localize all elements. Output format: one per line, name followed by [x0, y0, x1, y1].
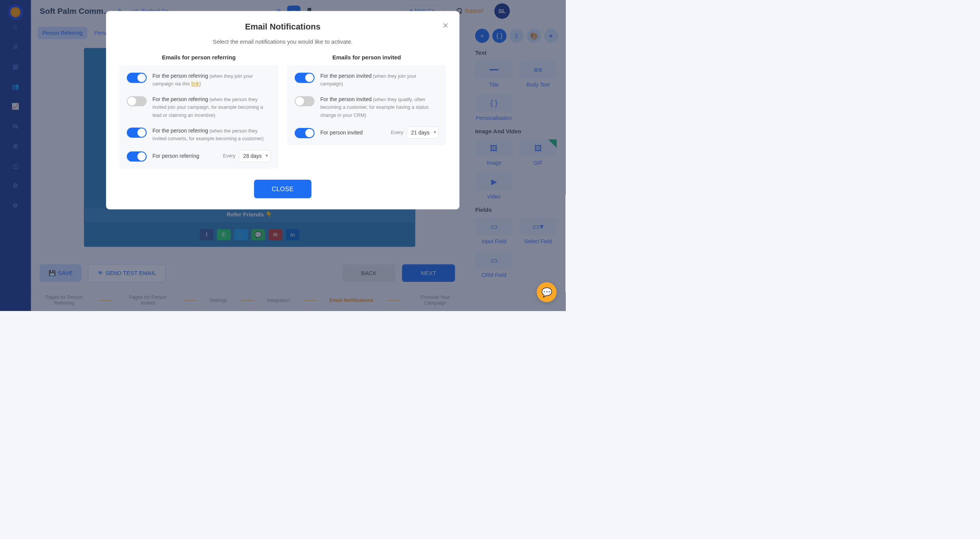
toggle-referring-lead[interactable] [127, 96, 147, 106]
close-button[interactable]: CLOSE [254, 180, 312, 198]
row-main: For the person referring [152, 96, 208, 102]
link[interactable]: link [191, 81, 199, 87]
every-label: Every [391, 130, 403, 136]
row-main: For the person referring [152, 128, 208, 134]
referring-frequency-select[interactable]: 28 days [239, 150, 271, 162]
row-main: For the person referring [152, 73, 208, 79]
modal-title: Email Notifications [119, 22, 446, 32]
referring-card: For the person referring (when they join… [119, 65, 278, 169]
toggle-invited-recurring[interactable] [295, 128, 315, 138]
row-text: For the person referring (when the perso… [152, 127, 271, 143]
column-invited: Emails for person invited For the person… [287, 54, 446, 169]
email-notifications-modal: × Email Notifications Select the email n… [106, 11, 459, 210]
row-text: For the person referring (when they join… [152, 72, 271, 88]
row-text: For the person referring (when the perso… [152, 95, 271, 119]
toggle-referring-convert[interactable] [127, 128, 147, 138]
row-text: For the person invited (when they join y… [320, 72, 439, 88]
chat-widget-icon[interactable]: 💬 [537, 282, 557, 302]
invited-card: For the person invited (when they join y… [287, 65, 446, 145]
every-control: Every 21 days [391, 127, 439, 139]
invited-frequency-select[interactable]: 21 days [407, 127, 439, 139]
toggle-invited-qualify[interactable] [295, 96, 315, 106]
row-text: For the person invited (when they qualif… [320, 95, 439, 119]
modal-subtitle: Select the email notifications you would… [119, 38, 446, 45]
every-control: Every 28 days [223, 150, 271, 162]
column-header-referring: Emails for person referring [119, 54, 278, 61]
toggle-invited-join[interactable] [295, 73, 315, 83]
row-main: For the person invited [320, 96, 372, 102]
column-header-invited: Emails for person invited [287, 54, 446, 61]
every-label: Every [223, 153, 235, 159]
toggle-referring-join[interactable] [127, 73, 147, 83]
modal-overlay: × Email Notifications Select the email n… [0, 0, 565, 311]
row-note-post: ) [199, 81, 201, 87]
row-text: For person invited [320, 129, 385, 137]
column-referring: Emails for person referring For the pers… [119, 54, 278, 169]
toggle-referring-recurring[interactable] [127, 151, 147, 162]
row-text: For person referring [152, 152, 217, 160]
close-icon[interactable]: × [443, 20, 448, 31]
row-main: For the person invited [320, 73, 372, 79]
